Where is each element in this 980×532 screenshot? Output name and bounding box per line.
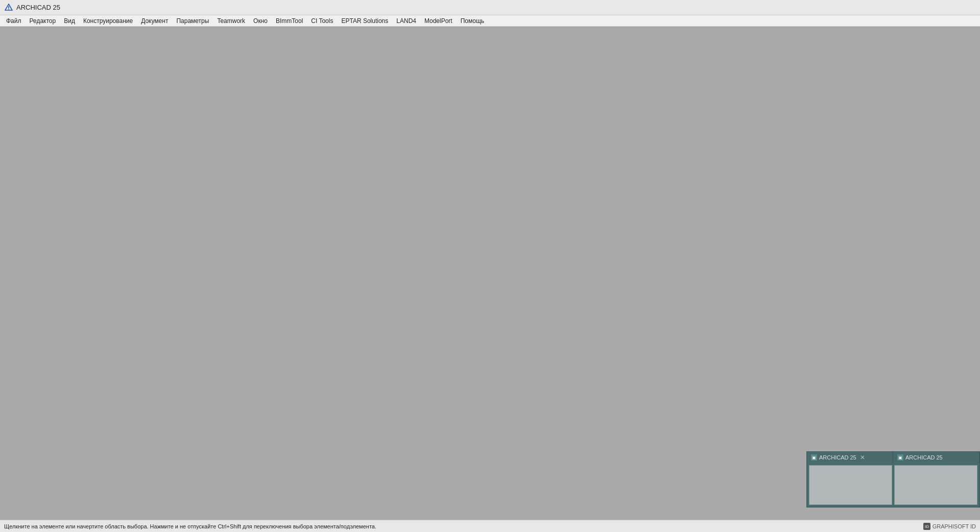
window-thumb-close-1[interactable]: ✕ bbox=[858, 453, 867, 462]
svg-text:ID: ID bbox=[925, 524, 929, 529]
window-thumbnails-panel: ▣ ARCHICAD 25 ✕ ▣ ARCHICAD 25 bbox=[806, 451, 980, 507]
window-thumbs-content bbox=[807, 463, 979, 507]
window-preview-1[interactable] bbox=[809, 465, 892, 505]
main-canvas: ▣ ARCHICAD 25 ✕ ▣ ARCHICAD 25 bbox=[0, 27, 980, 520]
app-icon bbox=[4, 3, 13, 12]
menu-item-window[interactable]: Окно bbox=[249, 15, 272, 26]
menu-item-land4[interactable]: LAND4 bbox=[392, 15, 420, 26]
status-message: Щелкните на элементе или начертите облас… bbox=[4, 523, 923, 529]
window-thumb-tab-1[interactable]: ▣ ARCHICAD 25 ✕ bbox=[807, 452, 893, 463]
graphisoft-id-icon: ID bbox=[923, 523, 930, 530]
svg-point-2 bbox=[8, 9, 9, 10]
title-bar: ARCHICAD 25 bbox=[0, 0, 980, 15]
window-preview-2[interactable] bbox=[894, 465, 977, 505]
menu-item-options[interactable]: Параметры bbox=[172, 15, 213, 26]
window-thumb-icon-1: ▣ bbox=[811, 454, 817, 461]
menu-item-citools[interactable]: CI Tools bbox=[307, 15, 337, 26]
window-thumb-title-2: ARCHICAD 25 bbox=[905, 454, 943, 461]
graphisoft-id-label: GRAPHISOFT ID bbox=[933, 523, 976, 529]
window-thumb-tab-2[interactable]: ▣ ARCHICAD 25 bbox=[893, 452, 979, 463]
menu-item-help[interactable]: Помощь bbox=[457, 15, 488, 26]
menu-item-document[interactable]: Документ bbox=[137, 15, 172, 26]
menu-item-bimmtool[interactable]: BImmTool bbox=[272, 15, 307, 26]
menu-item-eptar[interactable]: EPTAR Solutions bbox=[337, 15, 392, 26]
app-title: ARCHICAD 25 bbox=[16, 4, 60, 11]
menu-item-modelport[interactable]: ModelPort bbox=[420, 15, 457, 26]
menu-item-teamwork[interactable]: Teamwork bbox=[213, 15, 249, 26]
menu-item-design[interactable]: Конструирование bbox=[79, 15, 137, 26]
menu-item-file[interactable]: Файл bbox=[2, 15, 26, 26]
window-thumb-title-1: ARCHICAD 25 bbox=[819, 454, 856, 461]
menu-bar: ФайлРедакторВидКонструированиеДокументПа… bbox=[0, 15, 980, 27]
window-thumbs-header: ▣ ARCHICAD 25 ✕ ▣ ARCHICAD 25 bbox=[807, 452, 979, 463]
menu-item-view[interactable]: Вид bbox=[60, 15, 79, 26]
status-bar: Щелкните на элементе или начертите облас… bbox=[0, 520, 980, 532]
menu-item-edit[interactable]: Редактор bbox=[26, 15, 60, 26]
window-thumb-icon-2: ▣ bbox=[897, 454, 903, 461]
graphisoft-id-area[interactable]: ID GRAPHISOFT ID bbox=[923, 523, 976, 530]
